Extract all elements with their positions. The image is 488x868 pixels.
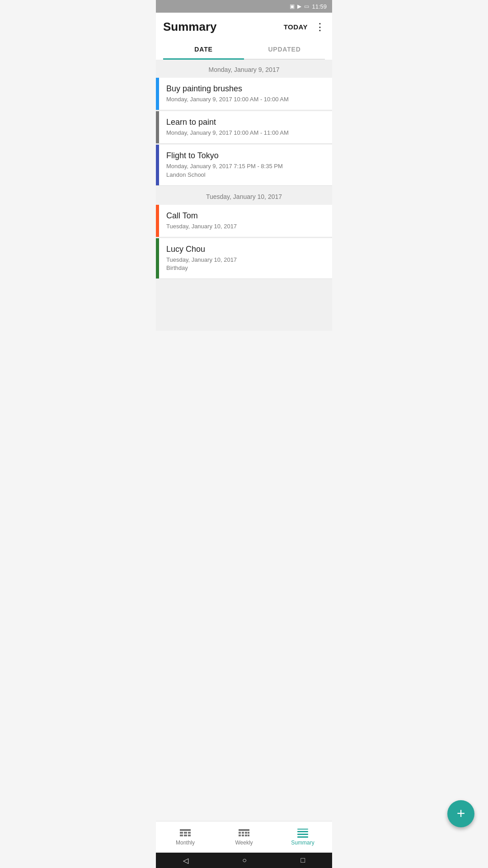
- list-item[interactable]: Call Tom Tuesday, January 10, 2017: [156, 205, 332, 237]
- vibrate-icon: ▣: [290, 3, 295, 9]
- nav-summary[interactable]: Summary: [273, 829, 332, 846]
- more-options-button[interactable]: ⋮: [315, 22, 325, 32]
- svg-rect-5: [184, 835, 187, 836]
- event-time: Monday, January 9, 2017 10:00 AM - 10:00…: [166, 95, 325, 104]
- tab-updated[interactable]: UPDATED: [244, 39, 325, 60]
- event-location: Birthday: [166, 264, 325, 272]
- nav-weekly[interactable]: Weekly: [215, 829, 273, 846]
- app-header: Summary TODAY ⋮ DATE UPDATED: [156, 13, 332, 60]
- svg-rect-8: [239, 832, 241, 834]
- list-item[interactable]: Buy painting brushes Monday, January 9, …: [156, 78, 332, 110]
- event-time: Tuesday, January 10, 2017: [166, 256, 325, 264]
- svg-rect-11: [248, 832, 249, 834]
- event-title: Learn to paint: [166, 118, 325, 127]
- page-title: Summary: [163, 20, 217, 34]
- svg-rect-2: [184, 832, 187, 834]
- sim-icon: ▶: [297, 3, 301, 9]
- svg-rect-0: [180, 829, 191, 831]
- event-color-indicator: [156, 111, 159, 143]
- svg-rect-14: [245, 835, 247, 836]
- event-title: Call Tom: [166, 211, 325, 221]
- event-title: Buy painting brushes: [166, 84, 325, 94]
- home-button[interactable]: ○: [242, 856, 247, 864]
- status-bar: ▣ ▶ ▭ 11:59: [156, 0, 332, 13]
- today-button[interactable]: TODAY: [284, 23, 308, 31]
- event-title: Lucy Chou: [166, 245, 325, 254]
- event-color-indicator: [156, 78, 159, 110]
- monthly-icon: [179, 829, 191, 838]
- system-navigation-bar: ◁ ○ □: [156, 853, 332, 868]
- recents-button[interactable]: □: [301, 856, 305, 864]
- svg-rect-15: [248, 835, 249, 836]
- status-time: 11:59: [312, 3, 327, 10]
- view-tabs: DATE UPDATED: [163, 39, 325, 60]
- event-title: Flight to Tokyo: [166, 151, 325, 160]
- nav-monthly[interactable]: Monthly: [156, 829, 215, 846]
- svg-rect-13: [242, 835, 244, 836]
- header-actions: TODAY ⋮: [284, 22, 325, 32]
- list-item[interactable]: Flight to Tokyo Monday, January 9, 2017 …: [156, 145, 332, 185]
- monthly-label: Monthly: [176, 840, 195, 846]
- event-time: Monday, January 9, 2017 10:00 AM - 11:00…: [166, 129, 325, 137]
- date-section-header-1: Monday, January 9, 2017: [156, 60, 332, 78]
- summary-label: Summary: [291, 840, 314, 846]
- svg-rect-1: [180, 832, 183, 834]
- event-color-indicator: [156, 145, 159, 185]
- battery-icon: ▭: [304, 3, 309, 9]
- svg-rect-6: [188, 835, 191, 836]
- event-location: Landon School: [166, 171, 325, 179]
- weekly-label: Weekly: [235, 840, 253, 846]
- events-content: Monday, January 9, 2017 Buy painting bru…: [156, 60, 332, 331]
- event-color-indicator: [156, 205, 159, 237]
- svg-rect-12: [239, 835, 241, 836]
- list-item[interactable]: Lucy Chou Tuesday, January 10, 2017 Birt…: [156, 238, 332, 279]
- bottom-navigation: Monthly Weekly Summary: [156, 821, 332, 853]
- event-time: Tuesday, January 10, 2017: [166, 222, 325, 231]
- svg-rect-3: [188, 832, 191, 834]
- svg-rect-4: [180, 835, 183, 836]
- back-button[interactable]: ◁: [183, 856, 188, 865]
- date-section-header-2: Tuesday, January 10, 2017: [156, 187, 332, 205]
- svg-rect-9: [242, 832, 244, 834]
- event-color-indicator: [156, 238, 159, 278]
- svg-rect-10: [245, 832, 247, 834]
- weekly-icon: [238, 829, 250, 838]
- summary-icon: [297, 829, 308, 838]
- event-time: Monday, January 9, 2017 7:15 PM - 8:35 P…: [166, 162, 325, 170]
- list-item[interactable]: Learn to paint Monday, January 9, 2017 1…: [156, 111, 332, 144]
- svg-rect-7: [239, 829, 249, 831]
- tab-date[interactable]: DATE: [163, 39, 244, 60]
